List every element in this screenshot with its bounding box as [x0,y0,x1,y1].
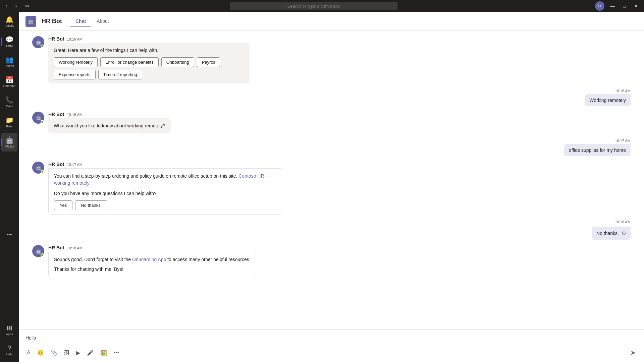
bot-meta-3: HR Bot 10:17 AM [48,162,283,167]
user-message-2: 10:17 AM office supplies for my home [32,139,631,156]
user-meta-3: 10:18 AM [615,220,631,224]
chat-tabs: Chat About [70,16,114,27]
sidebar-item-activity[interactable]: 🔔 Activity [1,12,17,31]
suggest-time-off[interactable]: Time off reporting [98,70,142,79]
sidebar-label-calls: Calls [6,105,13,108]
user-message-3: 10:18 AM No thanks. ⊙ [32,220,631,240]
bot-message-content-2: HR Bot 10:16 AM What would you like to k… [48,112,171,133]
global-search-input[interactable] [230,2,397,10]
action-buttons-3: Yes No thanks. [54,200,277,210]
sidebar-label-apps: Apps [6,333,13,336]
reaction-button[interactable]: ⊙ [622,230,626,236]
close-button[interactable]: ✕ [631,2,641,10]
titlebar-center [32,2,595,10]
emoji-button[interactable]: 😊 [35,348,47,358]
titlebar-nav: ‹ › ✏ [3,2,32,11]
tab-about[interactable]: About [91,16,114,27]
chat-icon: 💬 [5,36,14,44]
suggest-onboarding[interactable]: Onboarding [161,57,194,67]
action-yes[interactable]: Yes [54,200,72,210]
user-bubble-1: 10:16 AM Working remotely [585,89,631,106]
chat-title: HR Bot [42,18,62,25]
bot-followup-4: Thanks for chatting with me. Bye! [54,266,251,273]
user-meta-2: 10:17 AM [564,139,631,143]
maximize-button[interactable]: □ [620,2,629,10]
user-message-1: 10:16 AM Working remotely [32,89,631,106]
sidebar-item-teams[interactable]: 👥 Teams [1,52,17,71]
user-bubble-text-1: Working remotely [585,94,631,106]
bot-name-1: HR Bot [48,36,64,42]
bot-bubble-4: Sounds good. Don't forget to visit the O… [48,252,256,277]
online-dot-4 [41,253,44,257]
bot-meta-1: HR Bot 10:16 AM [48,36,250,42]
more-options-button[interactable]: ••• [111,348,122,358]
image-button[interactable]: 🖼️ [98,348,110,358]
msg-time-3: 10:17 AM [67,163,82,167]
sidebar-label-hrbot: HR Bot [4,145,14,148]
input-area: Hello A 😊 📎 🖼 ▶ 🎤 🖼️ ••• ➤ [19,329,644,362]
sidebar-label-activity: Activity [5,24,14,27]
suggest-enroll-benefits[interactable]: Enroll or change benefits [100,57,159,67]
sidebar: 🔔 Activity 💬 Chat 👥 Teams 📅 Calendar 📞 C… [0,0,19,362]
bot-avatar-4: 🤖 [32,245,44,257]
attach-button[interactable]: 📎 [48,348,60,358]
user-bubble-text-3: No thanks. ⊙ [592,227,631,240]
bot-name-4: HR Bot [48,245,64,250]
user-avatar[interactable]: U [595,1,604,11]
calls-icon: 📞 [5,96,14,104]
audio-button[interactable]: 🎤 [84,348,96,358]
message-input[interactable]: Hello [24,333,639,346]
bot-message-content-4: HR Bot 10:18 AM Sounds good. Don't forge… [48,245,256,277]
bot-name-3: HR Bot [48,162,64,167]
bot-text-2: What would you like to know about workin… [54,122,165,129]
sticker-button[interactable]: ▶ [73,348,83,358]
bot-text-4: Sounds good. Don't forget to visit the O… [54,256,251,263]
sidebar-item-files[interactable]: 📁 Files [1,113,17,131]
bot-message-3: 🤖 HR Bot 10:17 AM You can find a step-by… [32,162,631,215]
send-button[interactable]: ➤ [628,347,639,358]
window-controls: — □ ✕ [607,2,641,10]
sidebar-item-chat[interactable]: 💬 Chat [1,32,17,51]
sidebar-item-more[interactable]: ••• [1,225,17,244]
sidebar-label-calendar: Calendar [3,84,16,88]
compose-button[interactable]: ✏ [22,2,32,11]
bot-bubble-3: You can find a step-by-step ordering and… [48,168,283,215]
user-meta-1: 10:16 AM [585,89,631,93]
titlebar: ‹ › ✏ U — □ ✕ [0,0,644,12]
bot-avatar-3: 🤖 [32,162,44,174]
bot-bubble-1: Great! Here are a few of the things I ca… [48,43,250,83]
sidebar-label-help: Help [6,353,13,356]
suggestion-buttons-1: Working remotely Enroll or change benefi… [54,57,244,79]
tab-chat[interactable]: Chat [70,16,91,27]
format-text-button[interactable]: A [24,348,33,358]
chat-header: 🤖 HR Bot Chat About [19,12,644,31]
suggest-working-remotely[interactable]: Working remotely [54,57,98,67]
bot-bubble-2: What would you like to know about workin… [48,118,171,133]
msg-time-1: 10:16 AM [67,37,82,41]
hrbot-avatar: 🤖 [25,16,36,27]
onboarding-app-link[interactable]: Onboarding App [132,257,166,262]
forward-button[interactable]: › [12,2,19,10]
back-button[interactable]: ‹ [3,2,10,10]
sidebar-item-calendar[interactable]: 📅 Calendar [1,72,17,91]
minimize-button[interactable]: — [607,2,619,10]
bot-message-content-3: HR Bot 10:17 AM You can find a step-by-s… [48,162,283,215]
user-bubble-3: 10:18 AM No thanks. ⊙ [592,220,631,240]
suggest-expense-reports[interactable]: Expense reports [54,70,96,79]
sidebar-item-hrbot[interactable]: 🤖 HR Bot [1,133,17,152]
input-toolbar: A 😊 📎 🖼 ▶ 🎤 🖼️ ••• ➤ [24,346,639,359]
bot-text-1: Great! Here are a few of the things I ca… [54,47,244,54]
action-no-thanks[interactable]: No thanks. [75,200,107,210]
sidebar-item-apps[interactable]: ⊞ Apps [1,320,17,339]
hrbot-icon: 🤖 [5,136,14,144]
bot-message-2: 🤖 HR Bot 10:16 AM What would you like to… [32,112,631,133]
sidebar-label-files: Files [6,125,12,128]
files-icon: 📁 [5,116,14,124]
sidebar-item-calls[interactable]: 📞 Calls [1,93,17,111]
sidebar-item-help[interactable]: ? Help [1,341,17,359]
bot-name-2: HR Bot [48,112,64,117]
calendar-icon: 📅 [5,76,14,84]
gif-button[interactable]: 🖼 [61,348,72,358]
suggest-payroll[interactable]: Payroll [197,57,220,67]
help-icon: ? [7,344,11,352]
